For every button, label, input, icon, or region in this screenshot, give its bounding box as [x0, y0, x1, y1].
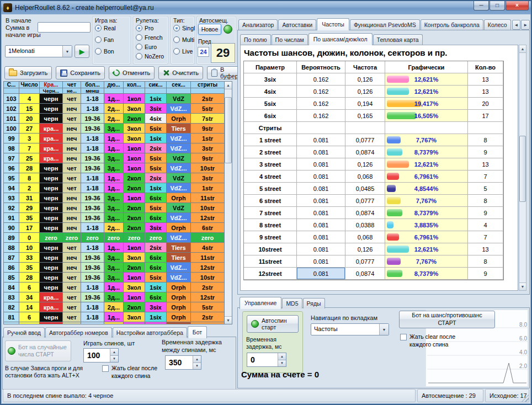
- spins-count-spinner[interactable]: 100 ▲▼: [83, 348, 119, 363]
- freq-cell-freq[interactable]: 0,194: [345, 98, 385, 110]
- save-button[interactable]: Сохранить: [56, 66, 105, 79]
- scroll-up-icon[interactable]: ▲: [225, 82, 232, 89]
- freq-cell-count[interactable]: 4: [468, 219, 503, 231]
- freq-cell-count[interactable]: 5: [468, 183, 503, 195]
- freq-cell-freq[interactable]: 0,0874: [345, 268, 385, 280]
- main-tab-4[interactable]: Функционал PsevdoMS: [350, 19, 420, 30]
- freq-cell-param[interactable]: 1 street: [244, 134, 297, 146]
- freq-graph-cell[interactable]: 4,8544%: [385, 183, 468, 195]
- freq-graph-cell[interactable]: 6,7961%: [385, 231, 468, 243]
- freq-cell-count[interactable]: 7: [468, 170, 503, 183]
- spin-delay-spinner[interactable]: 350 ▲▼: [165, 355, 201, 370]
- scroll-up-icon[interactable]: ▲: [519, 45, 526, 53]
- spin-up-icon[interactable]: ▲: [193, 356, 201, 363]
- main-tab-6[interactable]: Колесо: [484, 19, 511, 30]
- frequencies-scroll-thumb[interactable]: [519, 136, 526, 202]
- freq-graph-cell[interactable]: 12,621%: [385, 243, 468, 255]
- radio-bon[interactable]: Bon: [95, 48, 114, 55]
- bottom-left-tab-2[interactable]: Автограббер номеров: [45, 327, 112, 338]
- freq-cell-prob[interactable]: 0.081: [297, 268, 345, 280]
- freq-graph-cell[interactable]: 7,767%: [385, 134, 468, 146]
- freq-cell-prob[interactable]: 0.162: [297, 110, 345, 122]
- freq-cell-count[interactable]: 8: [468, 134, 503, 146]
- autoshift-new-button[interactable]: Новое: [198, 24, 221, 35]
- freq-cell-prob[interactable]: 0.081: [297, 170, 345, 183]
- freq-graph-cell[interactable]: 16,505%: [385, 110, 468, 122]
- freq-cell-freq[interactable]: 0,126: [345, 73, 385, 86]
- radio-euro[interactable]: Euro: [136, 44, 157, 50]
- clear-after-spin-checkbox-2[interactable]: Жать clear после каждого спина: [400, 333, 459, 348]
- freq-subtab-4[interactable]: Тепловая карта: [373, 34, 423, 45]
- spin-delay-value[interactable]: 350: [166, 356, 193, 369]
- bottom-right-tab-2[interactable]: MD5: [282, 298, 302, 308]
- bottom-right-tab-3[interactable]: Ряды: [303, 298, 325, 308]
- freq-cell-freq[interactable]: 0,165: [345, 110, 385, 122]
- tab-scroll-right-icon[interactable]: ►: [521, 20, 530, 30]
- freq-cell-count[interactable]: 8: [468, 195, 503, 207]
- frequencies-scrollbar[interactable]: ▲ ▼: [519, 45, 526, 291]
- history-scroll-track[interactable]: [225, 89, 232, 316]
- freq-cell-param[interactable]: 5six: [244, 98, 297, 110]
- random-bot-start-button[interactable]: Бот на случайные числа СТАРТ: [5, 340, 71, 361]
- freq-subtab-1[interactable]: По полю: [240, 34, 271, 45]
- freq-cell-count[interactable]: 9: [468, 207, 503, 219]
- freq-cell-freq[interactable]: 0,126: [345, 86, 385, 98]
- freq-cell-count[interactable]: 17: [468, 110, 503, 122]
- freq-cell-count[interactable]: 13: [468, 86, 503, 98]
- freq-cell-param[interactable]: 9 street: [244, 231, 297, 243]
- freq-graph-cell[interactable]: 8,7379%: [385, 268, 468, 280]
- freq-cell-prob[interactable]: 0.081: [297, 219, 345, 231]
- freq-subtab-3[interactable]: По шансам/дюж/кол: [308, 33, 373, 45]
- titlebar[interactable]: ♦ HelperRoullet 8.62 - create helperroul…: [1, 1, 531, 14]
- bottom-right-tab-1[interactable]: Управление: [240, 297, 281, 309]
- freq-graph-cell[interactable]: 12,621%: [385, 86, 468, 98]
- scroll-down-icon[interactable]: ▼: [225, 316, 232, 324]
- minimize-button[interactable]: ─: [474, 1, 489, 10]
- spin-down-icon[interactable]: ▼: [278, 360, 286, 367]
- play-button[interactable]: ▶: [75, 45, 89, 58]
- close-button[interactable]: ×: [506, 1, 529, 10]
- freq-cell-param[interactable]: 10street: [244, 243, 297, 255]
- freq-graph-cell[interactable]: 7,767%: [385, 195, 468, 207]
- freq-cell-prob[interactable]: 0.081: [297, 243, 345, 255]
- freq-graph-cell[interactable]: 19,417%: [385, 98, 468, 110]
- radio-nozero[interactable]: NoZero: [136, 53, 164, 60]
- freq-cell-param[interactable]: 4 street: [244, 170, 297, 183]
- freq-cell-count[interactable]: 8: [468, 255, 503, 268]
- start-sum-input[interactable]: [38, 22, 91, 33]
- freq-cell-freq[interactable]: 0,068: [345, 231, 385, 243]
- freq-cell-freq[interactable]: 0,068: [345, 170, 385, 183]
- freq-cell-freq[interactable]: 0,126: [345, 243, 385, 255]
- history-scroll-thumb[interactable]: [225, 97, 232, 163]
- freq-graph-cell[interactable]: 12,621%: [385, 73, 468, 86]
- radio-pro[interactable]: Pro: [136, 25, 153, 31]
- clear-button[interactable]: Очистить: [158, 66, 203, 79]
- delay-ms-spinner[interactable]: 0 ▲▼: [247, 353, 286, 367]
- radio-french[interactable]: French: [136, 34, 163, 41]
- freq-cell-count[interactable]: 13: [468, 73, 503, 86]
- clear-after-spin-checkbox[interactable]: Жать clear после каждого спина: [102, 365, 164, 380]
- freq-graph-cell[interactable]: 6,7961%: [385, 170, 468, 183]
- freq-cell-param[interactable]: 5 street: [244, 183, 297, 195]
- freq-cell-freq[interactable]: 0,0874: [345, 146, 385, 158]
- freq-cell-prob[interactable]: 0.081: [297, 195, 345, 207]
- autospin-start-button[interactable]: Автоспин старт: [247, 315, 299, 333]
- bottom-left-tab-1[interactable]: Ручной ввод: [3, 327, 45, 338]
- freq-cell-prob[interactable]: 0.162: [297, 98, 345, 110]
- checkbox-box[interactable]: [102, 365, 109, 372]
- freq-graph-cell[interactable]: 8,7379%: [385, 146, 468, 158]
- spin-down-icon[interactable]: ▼: [193, 363, 201, 370]
- radio-fan[interactable]: Fan: [95, 36, 114, 43]
- freq-subtab-2[interactable]: По числам: [272, 34, 308, 45]
- radio-singl[interactable]: Singl: [173, 25, 195, 31]
- spins-count-value[interactable]: 100: [84, 349, 110, 362]
- freq-cell-param[interactable]: 3 street: [244, 158, 297, 170]
- freq-cell-freq[interactable]: 0,0485: [345, 183, 385, 195]
- radio-multi[interactable]: Multi: [173, 36, 194, 43]
- freq-cell-param[interactable]: 6 street: [244, 195, 297, 207]
- freq-cell-freq[interactable]: 0,0388: [345, 219, 385, 231]
- scroll-down-icon[interactable]: ▼: [519, 283, 526, 290]
- freq-cell-prob[interactable]: 0.162: [297, 73, 345, 86]
- freq-graph-cell[interactable]: 8,7379%: [385, 207, 468, 219]
- freq-cell-freq[interactable]: 0,0777: [345, 195, 385, 207]
